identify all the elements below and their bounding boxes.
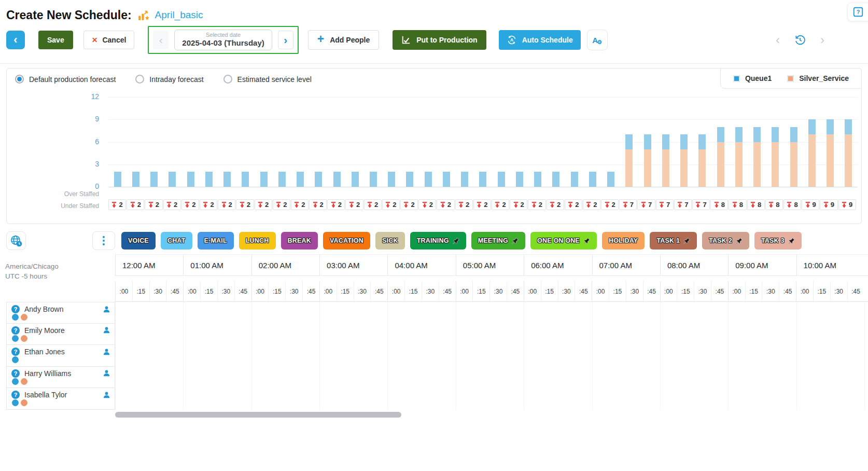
radio-intraday-forecast[interactable]: Intraday forecast <box>135 75 203 84</box>
history-clock-icon[interactable] <box>793 33 807 47</box>
person-icon[interactable] <box>103 326 110 334</box>
person-icon[interactable] <box>103 348 110 356</box>
bar-queue1 <box>260 172 268 187</box>
employee-person-button[interactable] <box>103 326 110 334</box>
under-staffed-value: 2 <box>612 201 615 209</box>
tag-task-3[interactable]: TASK 3 <box>754 232 802 250</box>
under-staffed-value: 2 <box>156 201 159 209</box>
under-staffed-value: 8 <box>776 201 779 209</box>
employee-skill-dots <box>12 314 110 321</box>
tag-holiday[interactable]: HOLIDAY <box>602 232 645 250</box>
person-icon[interactable] <box>103 306 110 313</box>
employee-schedule-cells[interactable] <box>115 302 868 324</box>
under-staffed-cell: 9 <box>838 199 856 210</box>
employee-person-button[interactable] <box>103 391 110 399</box>
auto-schedule-button[interactable]: A Auto Schedule <box>499 30 581 50</box>
skill-dot-blue <box>12 356 19 363</box>
under-staffed-value: 2 <box>119 201 122 209</box>
employee-cell-ethan-jones[interactable]: ?Ethan Jones <box>6 345 115 367</box>
under-staffed-value: 8 <box>739 201 743 209</box>
tag-lunch[interactable]: LUNCH <box>239 232 276 250</box>
next-day-button[interactable]: › <box>278 31 293 49</box>
bar-silver-service <box>717 142 724 187</box>
cancel-button[interactable]: ✕ Cancel <box>83 31 135 49</box>
tag-label: MEETING <box>478 237 508 244</box>
employee-cell-isabella-tylor[interactable]: ?Isabella Tylor <box>6 388 115 410</box>
tag-sick[interactable]: SICK <box>375 232 405 250</box>
schedule-name-link[interactable]: April_basic <box>155 9 203 21</box>
horizontal-scrollbar[interactable] <box>115 412 401 418</box>
down-arrow-icon <box>166 202 172 208</box>
tag-e-mail[interactable]: E-MAIL <box>198 232 234 250</box>
employee-person-button[interactable] <box>103 348 110 356</box>
redo-chevron-icon[interactable]: › <box>820 33 824 47</box>
bar-queue1 <box>114 172 121 187</box>
down-arrow-icon <box>258 202 263 208</box>
bar-queue1 <box>698 134 706 149</box>
selected-date-field[interactable]: Selected date 2025-04-03 (Thursday) <box>174 30 272 50</box>
employee-cell-harry-williams[interactable]: ?Harry Williams <box>6 367 115 389</box>
y-tick-3: 3 <box>68 160 99 168</box>
previous-day-button[interactable]: ‹ <box>153 31 169 49</box>
legend-item-queue1[interactable]: Queue1 <box>733 74 772 82</box>
quarter-header: :45 <box>370 281 387 301</box>
employee-cell-andy-brown[interactable]: ?Andy Brown <box>6 302 115 324</box>
chart-legend: Queue1Silver_Service <box>720 68 862 89</box>
employee-row: ?Andy Brown <box>0 302 868 324</box>
back-button[interactable]: ‹ <box>6 31 25 49</box>
tag-vacation[interactable]: VACATION <box>323 232 370 250</box>
down-arrow-icon <box>148 202 153 208</box>
employee-person-button[interactable] <box>103 369 110 377</box>
tag-one-on-one[interactable]: ONE ON ONE <box>530 232 597 250</box>
tag-task-1[interactable]: TASK 1 <box>650 232 697 250</box>
hour-header-10-00-am: 10:00 AM <box>796 255 864 275</box>
legend-item-silver-service[interactable]: Silver_Service <box>787 74 849 82</box>
radio-default-production-forecast[interactable]: Default production forecast <box>15 75 116 84</box>
gridline-12 <box>108 97 858 98</box>
bar-queue1 <box>753 127 761 142</box>
tag-break[interactable]: BREAK <box>281 232 318 250</box>
tag-voice[interactable]: VOICE <box>121 232 156 250</box>
tag-training[interactable]: TRAINING <box>410 232 466 250</box>
radio-estimated-service-level[interactable]: Estimated service level <box>223 75 312 84</box>
down-arrow-icon <box>422 202 427 208</box>
tag-meeting[interactable]: MEETING <box>471 232 525 250</box>
skill-dot-blue <box>12 378 19 385</box>
down-arrow-icon <box>294 202 299 208</box>
down-arrow-icon <box>331 202 336 208</box>
employee-schedule-cells[interactable] <box>115 324 868 345</box>
employee-schedule-cells[interactable] <box>115 388 868 410</box>
bar-silver-service <box>625 149 633 187</box>
put-to-production-button[interactable]: Put to Production <box>393 30 486 50</box>
tag-label: VACATION <box>330 237 363 244</box>
person-icon[interactable] <box>103 391 110 399</box>
tag-chat[interactable]: CHAT <box>161 232 192 250</box>
person-icon[interactable] <box>103 369 110 377</box>
under-staffed-cell: 9 <box>802 199 819 210</box>
bar-queue1 <box>790 127 797 142</box>
help-button[interactable]: ? <box>847 3 868 21</box>
bar-silver-service <box>680 149 688 187</box>
under-staffed-label: Under Staffed <box>37 202 99 210</box>
employee-schedule-cells[interactable] <box>115 345 868 367</box>
under-staffed-cell: 2 <box>400 199 418 210</box>
agent-settings-button[interactable]: A ⚙ <box>587 30 608 50</box>
tag-task-2[interactable]: TASK 2 <box>702 232 749 250</box>
employee-schedule-cells[interactable] <box>115 367 868 389</box>
employee-skill-dots <box>12 356 110 363</box>
gear-icon: ⚙ <box>597 39 602 46</box>
timezone-button[interactable] <box>6 231 26 250</box>
undo-chevron-icon[interactable]: ‹ <box>776 33 780 47</box>
employee-person-button[interactable] <box>103 306 110 313</box>
tag-label: HOLIDAY <box>609 237 638 244</box>
quarter-header: :30 <box>830 281 847 301</box>
save-button[interactable]: Save <box>38 31 73 49</box>
bar-queue1 <box>223 172 231 187</box>
add-people-button[interactable]: + Add People <box>308 30 379 50</box>
bar-queue1 <box>352 172 359 187</box>
tag-label: TASK 1 <box>656 237 680 244</box>
employee-cell-emily-moore[interactable]: ?Emily Moore <box>6 324 115 345</box>
grid-menu-button[interactable] <box>92 231 115 250</box>
under-staffed-value: 8 <box>794 201 797 209</box>
under-staffed-cell: 2 <box>200 199 217 210</box>
